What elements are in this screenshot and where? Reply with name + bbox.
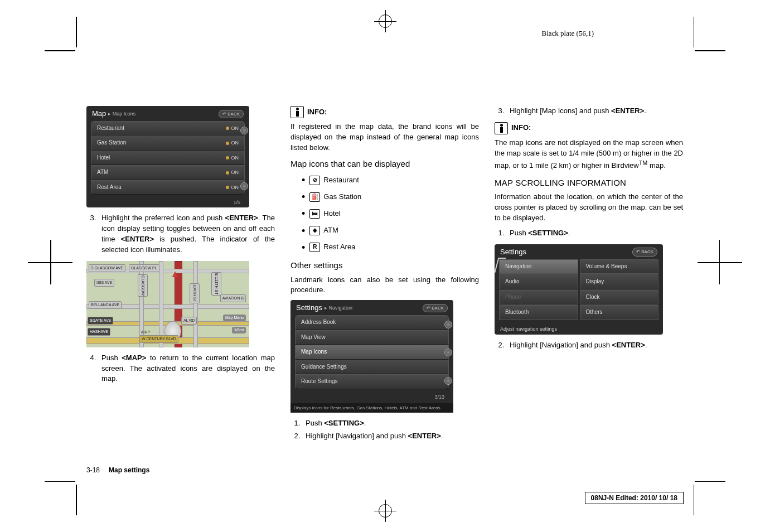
status-text: Adjust navigation settings xyxy=(495,324,663,335)
screenshot-map: ▲ S GLASGOW AVE GLASGOW PL ISIS AVE BELL… xyxy=(86,261,249,347)
settings-clock[interactable]: Clock xyxy=(580,290,659,305)
map-street-label: AIRP xyxy=(139,329,152,336)
column-2: INFO: If registered in the map data, the… xyxy=(290,106,479,447)
settings-audio[interactable]: Audio xyxy=(499,274,578,289)
info-text: If registered in the map data, the brand… xyxy=(290,122,479,153)
icon-item-restaurant: ⊘Restaurant xyxy=(302,173,479,187)
map-street-label: S GLASGOW AVE xyxy=(89,264,125,272)
section-name: Map settings xyxy=(109,466,149,474)
screenshot-title: Settings xyxy=(500,247,526,258)
map-street-label: 104TH ST xyxy=(190,283,200,303)
map-street-label: W CENTURY BLVD xyxy=(139,335,178,343)
step-1d-text: Push <SETTING>. xyxy=(506,228,683,239)
icon-item-hotel: 🛏Hotel xyxy=(302,206,479,221)
section-heading: MAP SCROLLING INFORMATION xyxy=(495,177,683,189)
info-text: The map icons are not displayed on the m… xyxy=(495,138,683,171)
column-3: Highlight [Map Icons] and push <ENTER>. … xyxy=(495,106,683,447)
map-street-label: GLASGOW PL xyxy=(129,264,159,272)
direction-arrow-icon: ▲ xyxy=(170,267,180,281)
icon-item-rest: RRest Area xyxy=(302,240,479,255)
settings-bluetooth[interactable]: Bluetooth xyxy=(499,305,578,320)
screenshot-settings-main: Settings ↶ BACK Navigation Audio Phone B… xyxy=(495,244,663,335)
screenshot-subtitle: ▸ Navigation xyxy=(325,304,352,312)
crop-mark xyxy=(76,17,77,47)
scroll-arrows[interactable] xyxy=(444,321,452,385)
subheading: Other settings xyxy=(290,259,479,272)
icon-row-atm[interactable]: ATM ON xyxy=(91,165,245,180)
icon-row-hotel[interactable]: Hotel ON xyxy=(91,151,245,166)
crop-mark xyxy=(694,485,695,515)
registration-mark-top xyxy=(374,10,396,32)
edit-info: 08NJ-N Edited: 2010/ 10/ 18 xyxy=(585,492,684,504)
settings-others[interactable]: Others xyxy=(580,305,659,320)
back-button[interactable]: ↶ BACK xyxy=(219,110,244,119)
nav-row-map-view[interactable]: Map View xyxy=(295,330,449,345)
screenshot-title: Settings xyxy=(296,303,322,313)
step-1-text: Push <SETTING>. xyxy=(302,418,479,429)
caption-bar: Displays icons for Restaurants, Gas Stat… xyxy=(290,403,453,413)
map-street-label: BELLANCA AVE xyxy=(89,301,122,309)
crop-mark xyxy=(45,481,75,482)
crop-mark xyxy=(695,481,725,482)
nav-row-address-book[interactable]: Address Book xyxy=(295,315,449,330)
crop-mark xyxy=(45,50,75,51)
info-label: INFO: xyxy=(307,107,327,118)
map-scale-button[interactable]: 1/8mi xyxy=(232,327,246,333)
pager: 3/13 xyxy=(290,393,453,402)
icon-item-atm: ◈ATM xyxy=(302,224,479,238)
map-street-label: ISIS AVE xyxy=(94,279,114,287)
screenshot-subtitle: ▸ Map Icons xyxy=(108,110,135,118)
info-label: INFO: xyxy=(511,123,531,133)
crop-mark xyxy=(694,17,695,47)
screenshot-map-icons: Map ▸ Map Icons ↶ BACK Restaurant ON Gas… xyxy=(86,106,249,207)
icon-row-gas-station[interactable]: Gas Station ON xyxy=(91,136,245,151)
info-icon xyxy=(495,122,508,134)
map-menu-button[interactable]: Map Menu xyxy=(223,315,246,321)
icon-row-restaurant[interactable]: Restaurant ON xyxy=(91,121,245,136)
step-2d-text: Highlight [Navigation] and push <ENTER>. xyxy=(506,340,683,351)
step-4-text: Push <MAP> to return to the current loca… xyxy=(98,353,275,385)
step-3c-text: Highlight [Map Icons] and push <ENTER>. xyxy=(506,106,683,117)
map-street-label: AVIATION B xyxy=(220,294,246,302)
crop-mark xyxy=(76,485,77,515)
page-number: 3-18 xyxy=(86,466,100,474)
settings-display[interactable]: Display xyxy=(580,274,659,289)
atm-icon: ◈ xyxy=(309,226,320,235)
nav-row-route[interactable]: Route Settings xyxy=(295,374,449,389)
settings-volume[interactable]: Volume & Beeps xyxy=(580,259,659,274)
map-street-label: E 111TH ST xyxy=(211,272,221,296)
back-button[interactable]: ↶ BACK xyxy=(423,304,448,313)
step-3-text: Highlight the preferred icon and push <E… xyxy=(98,213,275,255)
map-street-label: AL RD xyxy=(181,317,197,325)
info-icon xyxy=(290,106,304,118)
back-button[interactable]: ↶ BACK xyxy=(632,248,657,257)
rest-area-icon: R xyxy=(309,243,320,252)
crop-mark xyxy=(28,262,72,263)
nav-row-map-icons[interactable]: Map Icons xyxy=(295,345,449,360)
crop-mark xyxy=(695,50,725,51)
map-street-label: HASHAVE xyxy=(88,328,110,336)
registration-mark-bottom xyxy=(374,500,396,522)
icon-row-rest-area[interactable]: Rest Area ON xyxy=(91,180,245,195)
gas-station-icon: ⛽ xyxy=(309,192,320,202)
plate-header: Black plate (56,1) xyxy=(542,29,594,38)
map-street-label: GLASGOW xyxy=(138,274,148,297)
crop-mark xyxy=(698,262,742,263)
section-text: Information about the location, on which… xyxy=(495,192,683,224)
scroll-arrows[interactable] xyxy=(240,127,248,191)
pager: 1/5 xyxy=(86,198,249,207)
column-1: Map ▸ Map Icons ↶ BACK Restaurant ON Gas… xyxy=(86,106,275,447)
map-street-label: SGATE AVE xyxy=(88,317,113,325)
hotel-icon: 🛏 xyxy=(309,209,320,219)
settings-navigation[interactable]: Navigation xyxy=(499,259,578,274)
subheading: Map icons that can be displayed xyxy=(290,158,479,170)
restaurant-icon: ⊘ xyxy=(309,176,320,185)
settings-phone[interactable]: Phone xyxy=(499,290,578,305)
other-settings-text: Landmark icons can also be set using the… xyxy=(290,275,479,296)
step-2-text: Highlight [Navigation] and push <ENTER>. xyxy=(302,431,479,442)
nav-row-guidance[interactable]: Guidance Settings xyxy=(295,360,449,375)
screenshot-settings-navigation: Settings ▸ Navigation ↶ BACK Address Boo… xyxy=(290,300,453,413)
icon-item-gas: ⛽Gas Station xyxy=(302,190,479,204)
screenshot-title: Map xyxy=(92,109,106,119)
